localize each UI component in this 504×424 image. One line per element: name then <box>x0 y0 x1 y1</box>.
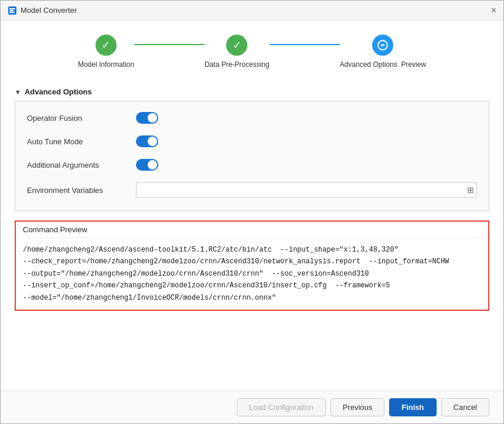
finish-button[interactable]: Finish <box>389 398 436 416</box>
connector-2 <box>270 44 340 45</box>
step-advanced-options: Advanced Options Preview <box>340 35 426 69</box>
command-preview-content: /home/zhangcheng2/Ascend/ascend-toolkit/… <box>16 238 488 310</box>
connector-1 <box>134 44 205 45</box>
step-34-label: Advanced Options Preview <box>340 60 426 69</box>
step-1-circle: ✓ <box>96 35 117 56</box>
step-3-icon <box>377 39 389 51</box>
svg-rect-1 <box>9 8 15 9</box>
options-box: Operator Fusion Auto Tune Mode Additiona… <box>15 101 489 211</box>
operator-fusion-label: Operator Fusion <box>27 114 127 123</box>
close-button[interactable]: × <box>491 6 496 15</box>
additional-args-label: Additional Arguments <box>27 161 127 169</box>
window-title: Model Converter <box>21 6 77 15</box>
step-model-information: ✓ Model Information <box>78 35 134 69</box>
auto-tune-toggle[interactable] <box>136 135 158 147</box>
main-content: ▼ Advanced Options Operator Fusion Auto … <box>1 78 503 391</box>
section-title: Advanced Options <box>25 87 92 96</box>
svg-rect-3 <box>9 12 15 13</box>
env-input-wrapper: ⊞ <box>136 182 477 198</box>
command-preview-section: Command Preview /home/zhangcheng2/Ascend… <box>15 221 489 311</box>
env-variables-input[interactable] <box>139 186 467 195</box>
command-preview-header: Command Preview <box>16 222 488 238</box>
option-row-env-variables: Environment Variables ⊞ <box>25 177 479 203</box>
advanced-options-header[interactable]: ▼ Advanced Options <box>15 83 489 101</box>
app-icon <box>8 6 17 15</box>
option-row-operator-fusion: Operator Fusion <box>25 106 479 130</box>
collapse-icon: ▼ <box>15 89 21 96</box>
step-1-label: Model Information <box>78 60 134 69</box>
option-row-auto-tune: Auto Tune Mode <box>25 130 479 153</box>
step-data-preprocessing: ✓ Data Pre-Processing <box>205 35 270 69</box>
previous-button[interactable]: Previous <box>331 398 385 416</box>
title-bar: Model Converter × <box>1 1 503 21</box>
footer: Load Configuration Previous Finish Cance… <box>1 391 503 423</box>
additional-args-toggle[interactable] <box>136 159 158 171</box>
env-variables-label: Environment Variables <box>27 186 127 195</box>
title-bar-left: Model Converter <box>8 6 77 15</box>
auto-tune-label: Auto Tune Mode <box>27 137 127 146</box>
cancel-button[interactable]: Cancel <box>441 398 489 416</box>
step-2-circle: ✓ <box>226 35 247 56</box>
svg-rect-2 <box>9 10 13 11</box>
main-window: Model Converter × ✓ Model Information ✓ … <box>0 0 504 424</box>
env-folder-icon[interactable]: ⊞ <box>467 185 474 195</box>
option-row-additional-args: Additional Arguments <box>25 153 479 177</box>
load-configuration-button[interactable]: Load Configuration <box>237 398 326 416</box>
step-3-circle <box>372 35 393 56</box>
stepper: ✓ Model Information ✓ Data Pre-Processin… <box>1 21 503 78</box>
step-2-label: Data Pre-Processing <box>205 60 270 69</box>
operator-fusion-toggle[interactable] <box>136 112 158 124</box>
